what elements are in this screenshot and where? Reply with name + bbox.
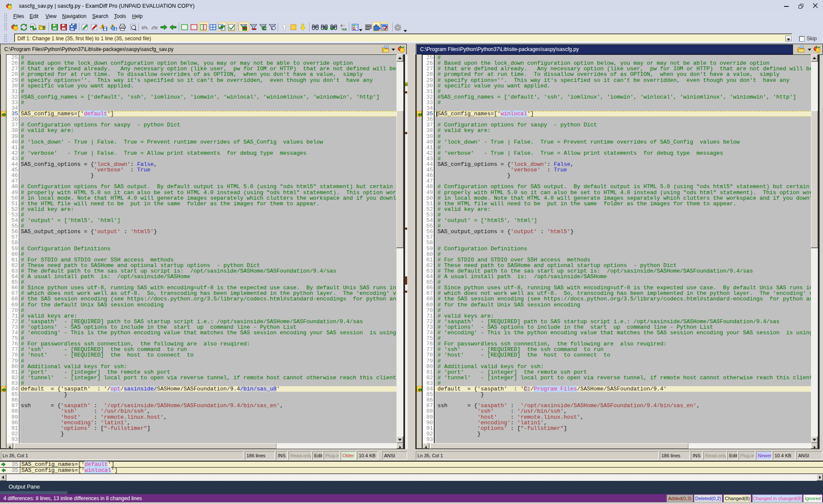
svg-text:AB: AB: [342, 27, 347, 31]
